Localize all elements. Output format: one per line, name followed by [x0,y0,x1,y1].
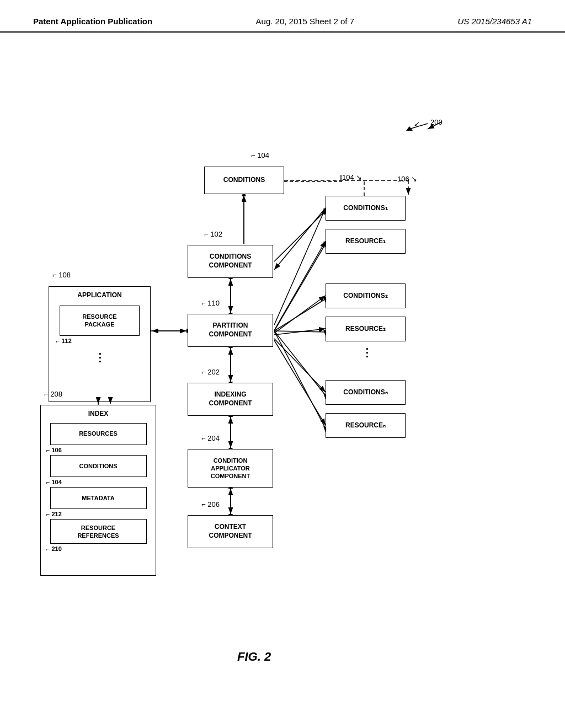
svg-line-51 [274,296,326,333]
ref-110: ⌐ 110 [201,299,220,307]
dots-middle: ⋮ [361,346,372,359]
svg-line-49 [274,208,326,325]
index-box: INDEX RESOURCES ⌐ 106 CONDITIONS ⌐ 104 M… [40,405,156,576]
conditions2-box: CONDITIONS₂ [326,283,406,308]
partition-component-box: PARTITION COMPONENT [188,314,273,347]
ref-106-inner: ⌐ 106 [46,446,62,454]
indexing-component-box: INDEXING COMPONENT [188,383,273,416]
ref-202: ⌐ 202 [201,368,220,376]
ref-212-inner: ⌐ 212 [46,510,62,518]
ref-102: ⌐ 102 [204,230,222,238]
conditions1-box: CONDITIONS₁ [326,196,406,221]
svg-line-23 [274,211,326,261]
arrow-200: ↙ [414,120,420,128]
resource1-box: RESOURCE₁ [326,229,406,254]
ref-204: ⌐ 204 [201,434,220,442]
svg-line-27 [274,299,326,331]
header-right: US 2015/234653 A1 [457,17,532,26]
svg-line-53 [274,339,326,392]
app-dots: ⋮ [94,350,105,365]
ref-104-side: 104 ↘ [342,173,362,181]
fig-label: FIG. 2 [237,650,271,664]
conditions-inner-box: CONDITIONS [50,455,147,477]
svg-line-52 [274,329,326,335]
resources-inner-box: RESOURCES [50,423,147,445]
resource2-box: RESOURCE₂ [326,317,406,341]
page: Patent Application Publication Aug. 20, … [0,0,565,728]
conditionsN-box: CONDITIONSₙ [326,380,406,405]
metadata-box: METADATA [50,487,147,509]
header-left: Patent Application Publication [33,17,152,26]
ref-104-inner: ⌐ 104 [46,478,62,486]
resource-package-box: RESOURCE PACKAGE [60,306,140,336]
conditions-top-box: CONDITIONS [204,167,284,194]
conditions-component-box: CONDITIONS COMPONENT [188,245,273,278]
resourceN-box: RESOURCEₙ [326,413,406,438]
svg-line-44 [274,208,326,270]
svg-line-29 [274,331,326,332]
diagram-area: 200 [0,33,565,694]
svg-line-54 [274,340,326,425]
ref-112-inner: ⌐ 112 [56,337,72,345]
resource-references-box: RESOURCE REFERENCES [50,519,147,544]
ref-108: ⌐ 108 [52,271,71,279]
application-box: APPLICATION RESOURCE PACKAGE ⌐ 112 ⋮ [49,286,151,402]
svg-marker-1 [406,126,413,131]
header: Patent Application Publication Aug. 20, … [0,0,565,33]
ref-104-top: ⌐ 104 [251,151,269,159]
svg-line-50 [274,241,326,330]
ref-200-label: 200 [430,118,443,126]
condition-applicator-box: CONDITION APPLICATOR COMPONENT [188,449,273,488]
ref-106-label: 106 ↘ [397,175,417,183]
svg-line-33 [274,331,326,429]
ref-208: ⌐ 208 [44,390,62,398]
svg-line-25 [274,244,326,331]
svg-line-31 [274,331,326,395]
header-center: Aug. 20, 2015 Sheet 2 of 7 [256,17,354,26]
ref-210-inner: ⌐ 210 [46,545,62,553]
context-component-box: CONTEXT COMPONENT [188,515,273,548]
ref-206: ⌐ 206 [201,500,220,508]
